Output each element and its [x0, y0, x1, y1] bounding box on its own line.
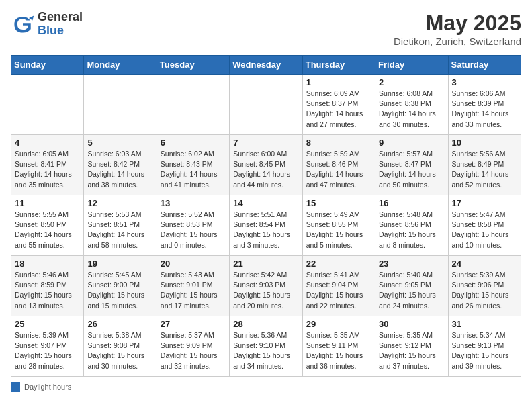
day-info: Sunrise: 5:52 AM Sunset: 8:53 PM Dayligh… — [161, 210, 226, 250]
calendar-cell: 20Sunrise: 5:43 AM Sunset: 9:01 PM Dayli… — [157, 256, 229, 316]
weekday-header-sunday: Sunday — [11, 56, 84, 75]
day-number: 5 — [87, 138, 152, 148]
calendar-cell: 1Sunrise: 6:09 AM Sunset: 8:37 PM Daylig… — [302, 75, 375, 135]
day-number: 9 — [379, 138, 444, 148]
day-number: 8 — [306, 138, 371, 148]
logo-text: General Blue — [38, 11, 83, 38]
day-number: 15 — [306, 198, 371, 208]
calendar-cell: 14Sunrise: 5:51 AM Sunset: 8:54 PM Dayli… — [230, 195, 302, 256]
month-title: May 2025 — [394, 11, 521, 36]
calendar-cell: 12Sunrise: 5:53 AM Sunset: 8:51 PM Dayli… — [84, 195, 157, 256]
calendar-cell: 29Sunrise: 5:35 AM Sunset: 9:11 PM Dayli… — [302, 316, 375, 377]
calendar-table: SundayMondayTuesdayWednesdayThursdayFrid… — [11, 55, 521, 377]
calendar-cell: 27Sunrise: 5:37 AM Sunset: 9:09 PM Dayli… — [157, 316, 229, 377]
weekday-header-wednesday: Wednesday — [230, 56, 302, 75]
calendar-cell: 4Sunrise: 6:05 AM Sunset: 8:41 PM Daylig… — [11, 135, 84, 195]
calendar-week-row: 18Sunrise: 5:46 AM Sunset: 8:59 PM Dayli… — [11, 256, 521, 316]
day-number: 31 — [452, 319, 517, 329]
calendar-cell: 23Sunrise: 5:40 AM Sunset: 9:05 PM Dayli… — [375, 256, 448, 316]
day-info: Sunrise: 6:05 AM Sunset: 8:41 PM Dayligh… — [15, 149, 80, 190]
day-info: Sunrise: 5:53 AM Sunset: 8:51 PM Dayligh… — [87, 210, 152, 250]
day-info: Sunrise: 5:51 AM Sunset: 8:54 PM Dayligh… — [233, 210, 298, 250]
calendar-cell: 15Sunrise: 5:49 AM Sunset: 8:55 PM Dayli… — [302, 195, 375, 256]
day-number: 29 — [306, 319, 371, 329]
logo: General Blue — [11, 11, 83, 38]
day-number: 14 — [233, 198, 298, 208]
day-number: 24 — [452, 259, 517, 269]
day-info: Sunrise: 5:45 AM Sunset: 9:00 PM Dayligh… — [87, 270, 152, 311]
day-number: 2 — [379, 77, 444, 87]
calendar-cell: 22Sunrise: 5:41 AM Sunset: 9:04 PM Dayli… — [302, 256, 375, 316]
title-block: May 2025 Dietikon, Zurich, Switzerland — [394, 11, 521, 47]
day-number: 6 — [161, 138, 226, 148]
day-number: 27 — [161, 319, 226, 329]
weekday-header-saturday: Saturday — [448, 56, 521, 75]
day-number: 30 — [379, 319, 444, 329]
calendar-cell: 9Sunrise: 5:57 AM Sunset: 8:47 PM Daylig… — [375, 135, 448, 195]
day-info: Sunrise: 5:56 AM Sunset: 8:49 PM Dayligh… — [452, 149, 517, 190]
calendar-cell: 7Sunrise: 6:00 AM Sunset: 8:45 PM Daylig… — [230, 135, 302, 195]
calendar-cell: 2Sunrise: 6:08 AM Sunset: 8:38 PM Daylig… — [375, 75, 448, 135]
location-subtitle: Dietikon, Zurich, Switzerland — [394, 36, 521, 47]
calendar-cell: 25Sunrise: 5:39 AM Sunset: 9:07 PM Dayli… — [11, 316, 84, 377]
day-info: Sunrise: 5:34 AM Sunset: 9:13 PM Dayligh… — [452, 330, 517, 371]
day-info: Sunrise: 5:47 AM Sunset: 8:58 PM Dayligh… — [452, 210, 517, 250]
calendar-cell: 10Sunrise: 5:56 AM Sunset: 8:49 PM Dayli… — [448, 135, 521, 195]
day-info: Sunrise: 5:41 AM Sunset: 9:04 PM Dayligh… — [306, 270, 371, 311]
day-number: 17 — [452, 198, 517, 208]
day-number: 12 — [87, 198, 152, 208]
calendar-week-row: 1Sunrise: 6:09 AM Sunset: 8:37 PM Daylig… — [11, 75, 521, 135]
day-info: Sunrise: 5:59 AM Sunset: 8:46 PM Dayligh… — [306, 149, 371, 190]
day-number: 26 — [87, 319, 152, 329]
day-info: Sunrise: 5:40 AM Sunset: 9:05 PM Dayligh… — [379, 270, 444, 311]
day-number: 22 — [306, 259, 371, 269]
calendar-cell: 31Sunrise: 5:34 AM Sunset: 9:13 PM Dayli… — [448, 316, 521, 377]
calendar-cell: 16Sunrise: 5:48 AM Sunset: 8:56 PM Dayli… — [375, 195, 448, 256]
calendar-cell: 28Sunrise: 5:36 AM Sunset: 9:10 PM Dayli… — [230, 316, 302, 377]
calendar-cell: 19Sunrise: 5:45 AM Sunset: 9:00 PM Dayli… — [84, 256, 157, 316]
calendar-cell: 6Sunrise: 6:02 AM Sunset: 8:43 PM Daylig… — [157, 135, 229, 195]
day-number: 25 — [15, 319, 80, 329]
day-info: Sunrise: 6:02 AM Sunset: 8:43 PM Dayligh… — [161, 149, 226, 190]
day-info: Sunrise: 6:00 AM Sunset: 8:45 PM Dayligh… — [233, 149, 298, 190]
calendar-cell: 5Sunrise: 6:03 AM Sunset: 8:42 PM Daylig… — [84, 135, 157, 195]
calendar-week-row: 25Sunrise: 5:39 AM Sunset: 9:07 PM Dayli… — [11, 316, 521, 377]
logo-blue: Blue — [38, 24, 83, 38]
calendar-cell — [84, 75, 157, 135]
legend-box — [11, 382, 20, 392]
day-info: Sunrise: 5:39 AM Sunset: 9:07 PM Dayligh… — [15, 330, 80, 371]
day-info: Sunrise: 5:35 AM Sunset: 9:12 PM Dayligh… — [379, 330, 444, 371]
day-number: 16 — [379, 198, 444, 208]
day-number: 18 — [15, 259, 80, 269]
calendar-cell: 13Sunrise: 5:52 AM Sunset: 8:53 PM Dayli… — [157, 195, 229, 256]
day-number: 19 — [87, 259, 152, 269]
calendar-cell — [230, 75, 302, 135]
calendar-cell: 21Sunrise: 5:42 AM Sunset: 9:03 PM Dayli… — [230, 256, 302, 316]
day-info: Sunrise: 5:42 AM Sunset: 9:03 PM Dayligh… — [233, 270, 298, 311]
day-info: Sunrise: 6:03 AM Sunset: 8:42 PM Dayligh… — [87, 149, 152, 190]
calendar-cell — [11, 75, 84, 135]
day-info: Sunrise: 5:46 AM Sunset: 8:59 PM Dayligh… — [15, 270, 80, 311]
calendar-cell — [157, 75, 229, 135]
legend: Daylight hours — [11, 382, 521, 392]
day-number: 1 — [306, 77, 371, 87]
weekday-header-friday: Friday — [375, 56, 448, 75]
weekday-header-row: SundayMondayTuesdayWednesdayThursdayFrid… — [11, 56, 521, 75]
day-info: Sunrise: 5:38 AM Sunset: 9:08 PM Dayligh… — [87, 330, 152, 371]
day-number: 20 — [161, 259, 226, 269]
day-number: 10 — [452, 138, 517, 148]
day-info: Sunrise: 5:35 AM Sunset: 9:11 PM Dayligh… — [306, 330, 371, 371]
calendar-cell: 3Sunrise: 6:06 AM Sunset: 8:39 PM Daylig… — [448, 75, 521, 135]
day-number: 7 — [233, 138, 298, 148]
day-number: 13 — [161, 198, 226, 208]
logo-general: General — [38, 11, 83, 24]
day-number: 21 — [233, 259, 298, 269]
calendar-cell: 26Sunrise: 5:38 AM Sunset: 9:08 PM Dayli… — [84, 316, 157, 377]
calendar-week-row: 11Sunrise: 5:55 AM Sunset: 8:50 PM Dayli… — [11, 195, 521, 256]
day-info: Sunrise: 5:39 AM Sunset: 9:06 PM Dayligh… — [452, 270, 517, 311]
page-header: General Blue May 2025 Dietikon, Zurich, … — [11, 11, 521, 47]
day-info: Sunrise: 5:57 AM Sunset: 8:47 PM Dayligh… — [379, 149, 444, 190]
day-info: Sunrise: 6:08 AM Sunset: 8:38 PM Dayligh… — [379, 89, 444, 130]
day-number: 11 — [15, 198, 80, 208]
day-info: Sunrise: 5:36 AM Sunset: 9:10 PM Dayligh… — [233, 330, 298, 371]
